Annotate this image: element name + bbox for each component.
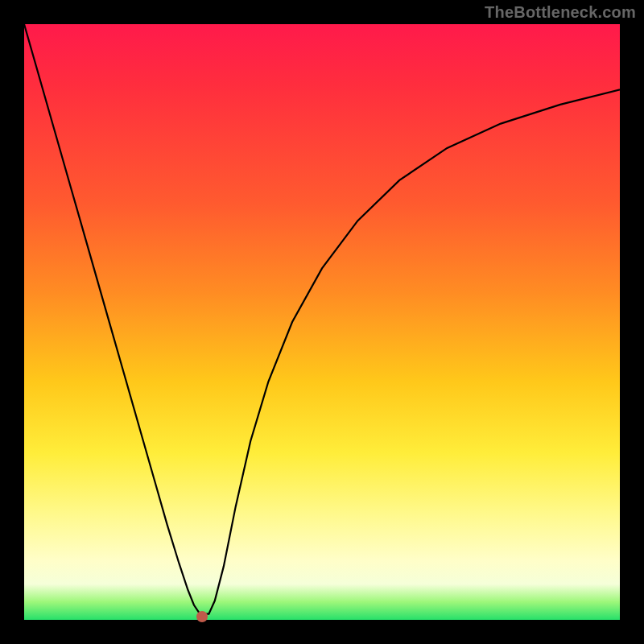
plot-area	[24, 24, 620, 620]
chart-frame: TheBottleneck.com	[0, 0, 644, 644]
watermark-text: TheBottleneck.com	[485, 3, 636, 22]
bottleneck-curve	[24, 24, 620, 620]
curve-path	[24, 24, 620, 614]
optimal-point-marker	[196, 611, 208, 622]
